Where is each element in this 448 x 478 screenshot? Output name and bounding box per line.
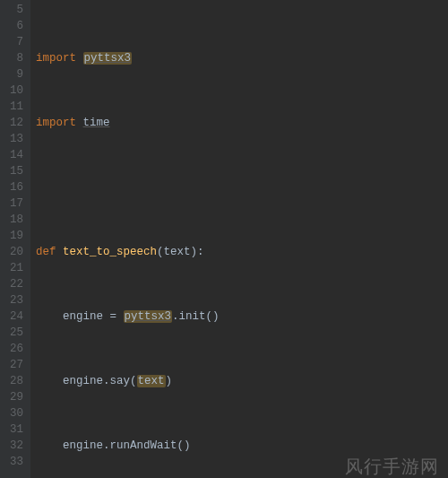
line-number: 17 — [0, 196, 23, 212]
line-number: 31 — [0, 422, 23, 438]
code-line: import time — [36, 115, 448, 131]
line-number-gutter: 5678910111213141516171819202122232425262… — [0, 0, 30, 478]
line-number: 19 — [0, 228, 23, 244]
line-number: 21 — [0, 260, 23, 276]
line-number: 32 — [0, 438, 23, 454]
code-line: engine.runAndWait() — [36, 438, 448, 454]
code-line: engine.say(text) — [36, 373, 448, 389]
line-number: 10 — [0, 83, 23, 99]
line-number: 7 — [0, 34, 23, 50]
line-number: 8 — [0, 50, 23, 66]
function-name: text_to_speech — [63, 246, 157, 258]
line-number: 28 — [0, 373, 23, 389]
line-number: 29 — [0, 389, 23, 405]
line-number: 5 — [0, 2, 23, 18]
line-number: 9 — [0, 66, 23, 83]
keyword-import: import — [36, 117, 76, 129]
line-number: 12 — [0, 115, 23, 131]
line-number: 33 — [0, 454, 23, 470]
code-editor[interactable]: 5678910111213141516171819202122232425262… — [0, 0, 448, 478]
module-pyttsx3: pyttsx3 — [83, 52, 133, 65]
code-line: engine = pyttsx3.init() — [36, 309, 448, 325]
line-number: 15 — [0, 163, 23, 179]
line-number: 11 — [0, 99, 23, 115]
line-number: 16 — [0, 179, 23, 196]
line-number: 25 — [0, 325, 23, 341]
line-number: 13 — [0, 131, 23, 147]
line-number: 27 — [0, 357, 23, 373]
line-number: 18 — [0, 212, 23, 228]
code-area[interactable]: import pyttsx3 import time def text_to_s… — [30, 0, 448, 478]
keyword-import: import — [36, 52, 76, 65]
line-number: 23 — [0, 292, 23, 309]
line-number: 30 — [0, 405, 23, 422]
line-number: 14 — [0, 147, 23, 163]
line-number: 26 — [0, 341, 23, 357]
line-number: 22 — [0, 276, 23, 292]
keyword-def: def — [36, 246, 56, 258]
line-number: 6 — [0, 18, 23, 34]
line-number: 24 — [0, 309, 23, 325]
code-line: def text_to_speech(text): — [36, 244, 448, 260]
code-line — [36, 179, 448, 196]
code-line: import pyttsx3 — [36, 50, 448, 66]
module-time: time — [83, 117, 110, 129]
line-number: 20 — [0, 244, 23, 260]
